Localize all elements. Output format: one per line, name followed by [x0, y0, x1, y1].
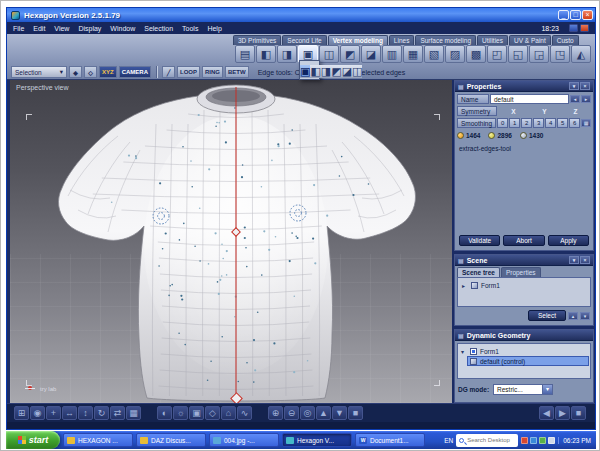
start-button[interactable]: start: [6, 431, 60, 449]
wireframe-icon[interactable]: ◇: [205, 406, 220, 420]
ribbon-tab[interactable]: Lines: [389, 35, 415, 45]
light-icon[interactable]: ☼: [173, 406, 188, 420]
dissolve-tool-icon[interactable]: ▦: [403, 45, 423, 63]
xyz-manipulator-button[interactable]: XYZ: [99, 66, 117, 78]
smoothing-level-button[interactable]: 3: [533, 118, 544, 128]
loop-select-button[interactable]: LOOP: [177, 66, 200, 78]
rotate-icon[interactable]: ↻: [94, 406, 109, 420]
smoothing-level-button[interactable]: 0: [497, 118, 508, 128]
ribbon-tab[interactable]: UV & Paint: [509, 35, 551, 45]
scene-tab[interactable]: Scene tree: [457, 267, 500, 277]
symmetry-axis-header[interactable]: Z: [560, 108, 591, 115]
taskbar-task[interactable]: 004.jpg -...: [209, 433, 279, 447]
panel-close-icon[interactable]: ×: [580, 256, 590, 264]
tray-icon-green[interactable]: [539, 437, 546, 444]
zoom-in-icon[interactable]: ⊕: [268, 406, 283, 420]
panel-collapse-icon[interactable]: ▾: [569, 82, 579, 90]
tessellate-tool-icon[interactable]: ▤: [235, 45, 255, 63]
panel-menu-icon[interactable]: ▤: [458, 332, 464, 339]
pan-up-icon[interactable]: ▲: [316, 406, 331, 420]
swap-axes-icon[interactable]: ⇄: [110, 406, 125, 420]
bridge-tool-icon[interactable]: ◫: [319, 45, 339, 63]
weld-tool-icon[interactable]: ◪: [361, 45, 381, 63]
ribbon-tab[interactable]: Custo: [552, 35, 579, 45]
apply-button[interactable]: Apply: [548, 235, 589, 246]
scene-down-icon[interactable]: ▾: [580, 312, 590, 320]
menu-item[interactable]: File: [13, 25, 24, 32]
visibility-checkbox-icon[interactable]: [470, 348, 477, 355]
magnet-icon[interactable]: ◉: [30, 406, 45, 420]
select-mode-icon[interactable]: ⊞: [14, 406, 29, 420]
dynamic-geometry-header[interactable]: ▤ Dynamic Geometry: [455, 330, 593, 341]
select-tool-icon[interactable]: ◈: [69, 66, 82, 78]
validate-button[interactable]: Validate: [459, 235, 500, 246]
panel-close-icon[interactable]: ×: [580, 82, 590, 90]
extract-edges-variant-5-icon[interactable]: ◪: [342, 65, 352, 78]
home-view-icon[interactable]: ⌂: [221, 406, 236, 420]
stop-icon[interactable]: ■: [571, 406, 586, 420]
extract-edges-variant-2-icon[interactable]: ◧: [310, 65, 320, 78]
decimate-tool-icon[interactable]: ▧: [424, 45, 444, 63]
taskbar-task[interactable]: W Document1...: [355, 433, 425, 447]
ribbon-tab[interactable]: Vertex modeling: [328, 35, 388, 45]
scene-header[interactable]: ▤ Scene ▾ ×: [455, 255, 593, 266]
minimize-button[interactable]: _: [558, 10, 569, 20]
menubar-status-icon[interactable]: [569, 24, 578, 32]
menu-item[interactable]: Tools: [182, 25, 198, 32]
taskbar-task[interactable]: HEXAGON ...: [63, 433, 133, 447]
tray-icon-red[interactable]: [521, 437, 528, 444]
menubar-help-icon[interactable]: [580, 24, 589, 32]
menu-item[interactable]: Window: [110, 25, 135, 32]
symmetry-tool-icon[interactable]: ◰: [487, 45, 507, 63]
tray-icon-gray[interactable]: [548, 437, 555, 444]
dislocate-tool-icon[interactable]: ◳: [550, 45, 570, 63]
tray-icon-blue[interactable]: [530, 437, 537, 444]
material-icon[interactable]: ▣: [189, 406, 204, 420]
menu-item[interactable]: Selection: [144, 25, 173, 32]
scale-icon[interactable]: ↕: [78, 406, 93, 420]
extract-edges-variant-6-icon[interactable]: ◫: [352, 65, 362, 78]
smoothing-level-button[interactable]: 2: [521, 118, 532, 128]
curve-icon[interactable]: ∿: [237, 406, 252, 420]
mirror-tool-icon[interactable]: ◭: [571, 45, 591, 63]
grid-icon[interactable]: ▦: [126, 406, 141, 420]
ribbon-tab[interactable]: Surface modeling: [415, 35, 476, 45]
viewport-3d[interactable]: Perspective view try lab: [10, 80, 452, 403]
scene-tree-item[interactable]: Form1: [481, 282, 500, 289]
scene-tree[interactable]: ▸ Form1: [457, 277, 591, 307]
symmetry-button[interactable]: Symmetry: [457, 106, 497, 116]
name-field[interactable]: default: [490, 94, 569, 104]
name-next-icon[interactable]: ▸: [581, 95, 591, 103]
panel-menu-icon[interactable]: ▤: [458, 257, 464, 264]
connect-tool-icon[interactable]: ◲: [529, 45, 549, 63]
orbit-icon[interactable]: ◎: [300, 406, 315, 420]
sweep-surface-tool-icon[interactable]: ◨: [277, 45, 297, 63]
dg-root-item[interactable]: Form1: [480, 348, 499, 355]
chamfer-tool-icon[interactable]: ▥: [382, 45, 402, 63]
shading-icon[interactable]: ◐: [157, 406, 172, 420]
smoothing-extra-icon[interactable]: ▦: [581, 119, 591, 127]
translate-icon[interactable]: ↔: [62, 406, 77, 420]
dg-tree[interactable]: ▾ Form1 default (control): [457, 343, 591, 379]
symmetry-axis-header[interactable]: X: [498, 108, 529, 115]
name-prev-icon[interactable]: ◂: [570, 95, 580, 103]
taskbar-task[interactable]: DAZ Discus...: [136, 433, 206, 447]
ribbon-tab[interactable]: Second Life: [282, 35, 326, 45]
dg-child-item[interactable]: default (control): [480, 358, 525, 365]
lasso-tool-icon[interactable]: ◇: [84, 66, 97, 78]
close-button[interactable]: ×: [582, 10, 593, 20]
extract-edges-variant-4-icon[interactable]: ◩: [331, 65, 341, 78]
next-view-icon[interactable]: ▶: [555, 406, 570, 420]
scene-tab[interactable]: Properties: [501, 267, 541, 277]
ribbon-tab[interactable]: Utilities: [477, 35, 508, 45]
properties-header[interactable]: ▤ Properties ▾ ×: [455, 81, 593, 92]
menu-item[interactable]: Help: [207, 25, 221, 32]
pencil-icon[interactable]: ╱: [162, 66, 175, 78]
taskbar-task[interactable]: Hexagon V...: [282, 433, 352, 447]
search-desktop-input[interactable]: Search Desktop: [456, 434, 518, 447]
title-bar[interactable]: Hexagon Version 2.5.1.79 _ □ ×: [7, 8, 595, 22]
pan-down-icon[interactable]: ▼: [332, 406, 347, 420]
camera-mode-button[interactable]: CAMERA: [119, 66, 151, 78]
selection-dropdown[interactable]: Selection ▾: [11, 66, 67, 78]
ribbon-tab[interactable]: 3D Primitives: [233, 35, 281, 45]
